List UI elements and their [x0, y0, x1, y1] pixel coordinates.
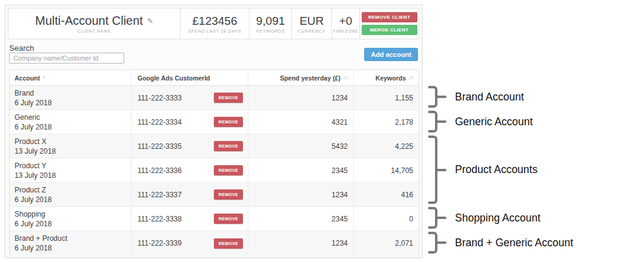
sort-both-icon: ↓↑ — [408, 75, 413, 80]
account-cell: Generic 6 July 2018 — [10, 110, 131, 134]
account-cell: Brand 6 July 2018 — [10, 86, 131, 110]
account-name: Brand — [15, 88, 34, 98]
client-stats: £123456 SPEND LAST 28 DAYS 9,091 KEYWORD… — [180, 8, 359, 39]
annotation-label: Brand + Generic Account — [455, 237, 573, 249]
annotation-shopping-account: Shopping Account — [428, 207, 540, 229]
column-header-keywords[interactable]: Keywords ↓↑ — [354, 70, 418, 85]
stat-block: +0 TIMEZONE — [331, 8, 359, 39]
remove-account-button[interactable]: REMOVE — [214, 141, 243, 151]
sort-both-icon: ↓↑ — [343, 75, 348, 80]
account-row: Generic 6 July 2018 111-222-3334 REMOVE … — [10, 110, 419, 134]
customer-id-cell: 111-222-3338 REMOVE — [131, 207, 248, 231]
account-name: Product Y — [15, 161, 46, 171]
account-cell: Product X 13 July 2018 — [10, 134, 131, 158]
bracket-icon — [428, 111, 437, 133]
customer-id-cell: 111-222-3336 REMOVE — [131, 159, 248, 182]
account-row: Brand + Product 6 July 2018 111-222-3339… — [10, 231, 419, 255]
account-name: Product X — [15, 137, 47, 146]
account-date: 13 July 2018 — [15, 171, 56, 180]
table-body: Brand 6 July 2018 111-222-3333 REMOVE 12… — [10, 86, 419, 255]
account-date: 6 July 2018 — [15, 98, 51, 108]
customer-id: 111-222-3339 — [138, 239, 182, 247]
bracket-icon — [428, 86, 437, 108]
customer-id: 111-222-3338 — [138, 215, 182, 223]
bracket-icon — [428, 136, 437, 204]
account-row: Brand 6 July 2018 111-222-3333 REMOVE 12… — [10, 86, 419, 110]
client-name-block: Multi-Account Client ✎ CLIENT NAME — [8, 8, 180, 39]
account-cell: Product Z 6 July 2018 — [10, 183, 131, 206]
keywords-cell: 4,225 — [354, 134, 418, 158]
account-date: 6 July 2018 — [15, 219, 51, 229]
edit-client-name-icon[interactable]: ✎ — [147, 17, 153, 25]
stat-value: £123456 — [193, 15, 237, 28]
customer-id-cell: 111-222-3334 REMOVE — [131, 110, 248, 134]
accounts-table: Account ↑ Google Ads CustomerId Spend ye… — [9, 70, 419, 255]
keywords-cell: 0 — [354, 207, 418, 231]
annotation-label: Product Accounts — [455, 163, 537, 176]
column-header-account[interactable]: Account ↑ — [10, 70, 131, 85]
remove-account-button[interactable]: REMOVE — [214, 93, 243, 103]
annotation-brand-generic-account: Brand + Generic Account — [428, 232, 573, 254]
annotation-generic-account: Generic Account — [428, 111, 533, 133]
spend-cell: 4321 — [248, 110, 354, 134]
spend-cell: 5432 — [248, 134, 354, 158]
search-input[interactable] — [9, 53, 124, 64]
customer-id: 111-222-3335 — [138, 142, 182, 151]
annotation-label: Brand Account — [455, 91, 524, 103]
account-date: 6 July 2018 — [15, 122, 51, 132]
stat-block: 9,091 KEYWORDS — [249, 8, 291, 39]
remove-account-button[interactable]: REMOVE — [214, 214, 243, 224]
merge-client-button[interactable]: MERGE CLIENT — [362, 25, 417, 35]
account-cell: Shopping 6 July 2018 — [10, 207, 131, 231]
stat-value: 9,091 — [256, 15, 285, 28]
spend-cell: 1234 — [248, 231, 354, 255]
account-name: Brand + Product — [15, 234, 67, 243]
account-row: Product Y 13 July 2018 111-222-3336 REMO… — [10, 159, 419, 183]
account-date: 6 July 2018 — [15, 243, 51, 253]
client-name-label: CLIENT NAME — [78, 29, 111, 33]
stat-block: EUR CURRENCY — [291, 8, 331, 39]
account-name: Product Z — [15, 185, 46, 195]
remove-account-button[interactable]: REMOVE — [214, 165, 243, 175]
spend-cell: 1234 — [248, 86, 354, 110]
sort-asc-icon: ↑ — [42, 75, 45, 80]
customer-id-cell: 111-222-3335 REMOVE — [131, 134, 248, 158]
remove-account-button[interactable]: REMOVE — [214, 238, 243, 249]
stat-value: EUR — [299, 15, 324, 28]
account-date: 13 July 2018 — [15, 146, 56, 156]
customer-id: 111-222-3336 — [138, 166, 182, 175]
add-account-button[interactable]: Add account — [364, 48, 418, 61]
customer-id: 111-222-3334 — [138, 118, 182, 126]
search-label: Search — [9, 44, 34, 53]
account-row: Product Z 6 July 2018 111-222-3337 REMOV… — [10, 183, 419, 207]
account-cell: Product Y 13 July 2018 — [10, 159, 131, 182]
keywords-cell: 416 — [354, 183, 418, 206]
remove-account-button[interactable]: REMOVE — [214, 117, 243, 127]
customer-id-cell: 111-222-3339 REMOVE — [131, 231, 248, 255]
account-name: Shopping — [15, 209, 45, 219]
client-panel: Multi-Account Client ✎ CLIENT NAME £1234… — [5, 5, 422, 258]
customer-id: 111-222-3333 — [138, 94, 182, 102]
remove-account-button[interactable]: REMOVE — [214, 189, 243, 200]
column-header-spend[interactable]: Spend yesterday (£) ↓↑ — [248, 70, 354, 85]
annotation-product-accounts: Product Accounts — [428, 136, 537, 204]
client-actions: REMOVE CLIENT MERGE CLIENT — [359, 8, 419, 39]
account-date: 6 July 2018 — [15, 195, 51, 205]
annotation-brand-account: Brand Account — [428, 86, 524, 108]
spend-cell: 2345 — [248, 159, 354, 182]
account-row: Shopping 6 July 2018 111-222-3338 REMOVE… — [10, 207, 419, 231]
stat-label: CURRENCY — [297, 29, 325, 33]
table-header: Account ↑ Google Ads CustomerId Spend ye… — [10, 70, 419, 86]
client-header: Multi-Account Client ✎ CLIENT NAME £1234… — [8, 8, 419, 39]
account-name: Generic — [15, 113, 40, 122]
annotation-label: Shopping Account — [455, 212, 540, 224]
customer-id: 111-222-3337 — [138, 191, 182, 199]
bracket-icon — [428, 232, 437, 254]
account-cell: Brand + Product 6 July 2018 — [10, 231, 131, 255]
remove-client-button[interactable]: REMOVE CLIENT — [362, 12, 417, 22]
client-name: Multi-Account Client — [35, 14, 143, 28]
stat-label: SPEND LAST 28 DAYS — [188, 29, 241, 33]
keywords-cell: 2,071 — [354, 231, 418, 255]
column-header-customer-id: Google Ads CustomerId — [131, 70, 248, 85]
keywords-cell: 14,705 — [354, 159, 418, 182]
